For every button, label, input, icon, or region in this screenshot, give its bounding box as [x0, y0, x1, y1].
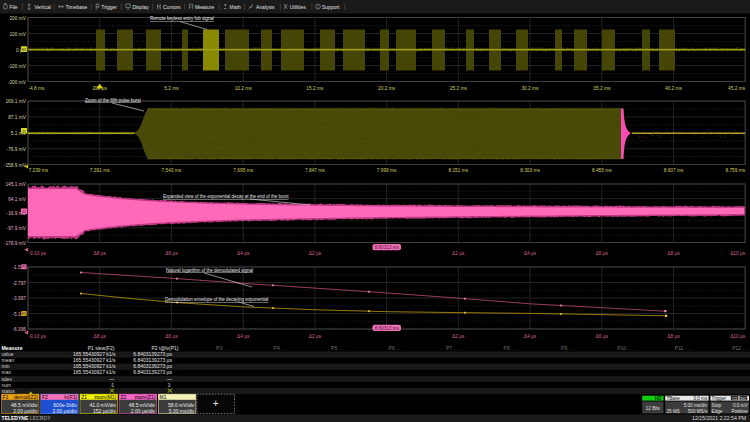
svg-text:Timebase: Timebase — [66, 4, 88, 10]
svg-text:6.8403139273 µs: 6.8403139273 µs — [133, 363, 172, 369]
svg-text:6.8403139273 µs: 6.8403139273 µs — [133, 351, 172, 357]
svg-text:Δ8 µs: Δ8 µs — [667, 334, 680, 339]
svg-text:Δ2 µs: Δ2 µs — [452, 334, 465, 339]
svg-text:0.0 ms: 0.0 ms — [693, 396, 707, 401]
svg-text:8.303 ms: 8.303 ms — [520, 168, 540, 173]
svg-text:P1 slew(F2): P1 slew(F2) — [88, 345, 115, 351]
svg-text:—: — — [167, 376, 172, 382]
svg-text:0.0 mV: 0.0 mV — [733, 403, 748, 408]
svg-text:P6 . . .: P6 . . . — [389, 345, 403, 351]
svg-text:Δ4 µs: Δ4 µs — [524, 334, 537, 339]
svg-text:F1: F1 — [3, 395, 9, 400]
svg-text:F2: F2 — [22, 265, 26, 269]
svg-text:P9 . . .: P9 . . . — [561, 345, 575, 351]
svg-text:Δ10 µs: Δ10 µs — [730, 334, 746, 339]
svg-text:Δ2 µs: Δ2 µs — [309, 251, 322, 256]
svg-text:P10 . . .: P10 . . . — [617, 345, 634, 351]
svg-text:2.00 µs/div: 2.00 µs/div — [52, 408, 77, 414]
svg-text:-2.797: -2.797 — [12, 281, 26, 286]
svg-text:Z1: Z1 — [22, 130, 26, 134]
svg-text:P2 t@lv(P1): P2 t@lv(P1) — [151, 345, 178, 351]
svg-text:sdev: sdev — [2, 376, 13, 382]
svg-text:165.55430927 k1/s: 165.55430927 k1/s — [73, 357, 116, 363]
svg-text:Remote keyless entry fob signa: Remote keyless entry fob signal — [150, 16, 214, 21]
svg-text:Δ6 µs: Δ6 µs — [165, 251, 178, 256]
svg-text:Measure: Measure — [2, 345, 23, 351]
svg-text:min: min — [2, 363, 10, 369]
svg-text:Z1: Z1 — [81, 395, 87, 400]
svg-text:10.2 ms: 10.2 ms — [235, 86, 253, 91]
svg-text:P8 . . .: P8 . . . — [504, 345, 518, 351]
svg-text:25.2 ms: 25.2 ms — [450, 86, 468, 91]
svg-text:P3 . . .: P3 . . . — [216, 345, 230, 351]
svg-text:-76.9 mV: -76.9 mV — [7, 147, 27, 152]
svg-text:7.543 ms: 7.543 ms — [162, 168, 182, 173]
svg-text:2.00 µs/div: 2.00 µs/div — [131, 408, 156, 414]
svg-text:5.00 ms/div: 5.00 ms/div — [169, 408, 195, 414]
svg-text:Analysis: Analysis — [256, 4, 275, 10]
svg-text:200 mV: 200 mV — [9, 16, 26, 21]
svg-text:M1: M1 — [22, 48, 27, 52]
svg-text:F1: F1 — [22, 312, 26, 316]
svg-text:45.2 ms: 45.2 ms — [728, 86, 746, 91]
svg-text:Support: Support — [322, 4, 340, 10]
svg-text:Δ6 µs: Δ6 µs — [165, 334, 178, 339]
svg-text:-158.9 mV: -158.9 mV — [4, 163, 27, 168]
svg-text:P5 . . .: P5 . . . — [331, 345, 345, 351]
svg-text:-9.10 µs: -9.10 µs — [29, 251, 47, 256]
svg-text:-3.997: -3.997 — [12, 296, 26, 301]
svg-text:-100 mV: -100 mV — [8, 64, 27, 69]
svg-text:-97.9 mV: -97.9 mV — [7, 226, 27, 231]
svg-text:Measure: Measure — [195, 4, 215, 10]
svg-text:Edge: Edge — [712, 409, 723, 414]
svg-text:40.2 ms: 40.2 ms — [665, 86, 683, 91]
svg-text:12 Bits: 12 Bits — [646, 406, 661, 411]
svg-text:Δ8 µs: Δ8 µs — [667, 251, 680, 256]
svg-text:ln(F1): ln(F1) — [64, 395, 77, 400]
svg-text:Δ10 µs: Δ10 µs — [730, 251, 746, 256]
svg-text:64.1 mV: 64.1 mV — [8, 197, 27, 202]
svg-text:87.1 mV: 87.1 mV — [8, 115, 27, 120]
svg-text:DC: DC — [741, 397, 747, 401]
svg-text:Stop: Stop — [712, 403, 722, 408]
svg-text:zoom(Z1): zoom(Z1) — [134, 395, 155, 400]
svg-text:File: File — [10, 4, 18, 10]
svg-text:Demodulation envelope of the d: Demodulation envelope of the decaying ex… — [165, 297, 268, 302]
svg-text:Utilities: Utilities — [290, 4, 307, 10]
svg-text:F2: F2 — [42, 395, 48, 400]
svg-text:8.151 ms: 8.151 ms — [448, 168, 468, 173]
svg-text:P4 . . .: P4 . . . — [274, 345, 288, 351]
svg-text:-200 mV: -200 mV — [8, 80, 27, 85]
svg-text:7.239 ms: 7.239 ms — [29, 168, 49, 173]
svg-text:value: value — [2, 351, 14, 357]
svg-text:status: status — [2, 388, 16, 394]
svg-text:mean: mean — [2, 357, 15, 363]
svg-text:15.2 ms: 15.2 ms — [306, 86, 324, 91]
svg-text:Math: Math — [230, 4, 241, 10]
svg-text:max: max — [2, 369, 12, 375]
svg-text:P11 . . .: P11 . . . — [675, 345, 692, 351]
svg-text:Δ6 µs: Δ6 µs — [596, 251, 609, 256]
svg-text:Δ2 µs: Δ2 µs — [309, 334, 322, 339]
svg-text:100 mV: 100 mV — [9, 32, 26, 37]
svg-text:Z2: Z2 — [22, 210, 26, 214]
svg-text:-9.10 µs: -9.10 µs — [29, 334, 47, 339]
svg-text:TELEDYNE LECROY: TELEDYNE LECROY — [2, 415, 52, 421]
svg-text:demod(Z2): demod(Z2) — [14, 395, 38, 400]
svg-text:165.55430927 k1/s: 165.55430927 k1/s — [73, 363, 116, 369]
svg-text:165.55430927 k1/s: 165.55430927 k1/s — [73, 351, 116, 357]
svg-text:2.00 µs/div: 2.00 µs/div — [13, 408, 38, 414]
svg-text:M1: M1 — [160, 395, 167, 400]
svg-text:35.2 ms: 35.2 ms — [593, 86, 611, 91]
svg-text:7.391 ms: 7.391 ms — [90, 168, 110, 173]
svg-text:8.759 ms: 8.759 ms — [725, 168, 745, 173]
svg-text:30.2 ms: 30.2 ms — [521, 86, 539, 91]
svg-text:20.2 ms: 20.2 ms — [378, 86, 396, 91]
svg-text:Δ4 µs: Δ4 µs — [237, 251, 250, 256]
svg-text:8.607 ms: 8.607 ms — [664, 168, 684, 173]
svg-text:145.1 mV: 145.1 mV — [5, 182, 26, 187]
svg-text:7.695 ms: 7.695 ms — [233, 168, 253, 173]
svg-text:25 MS: 25 MS — [667, 409, 680, 414]
svg-text:12/25/2021 2:22:54 PM: 12/25/2021 2:22:54 PM — [692, 415, 746, 421]
svg-text:Expanded view of the exponenti: Expanded view of the exponential decay a… — [163, 194, 289, 199]
